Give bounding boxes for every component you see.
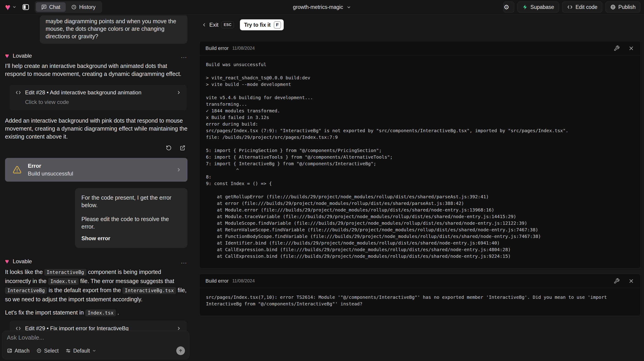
attach-label: Attach xyxy=(14,348,30,354)
build-error-log[interactable]: Build was unsuccessful > vite_react_shad… xyxy=(200,55,640,268)
console-date: 11/08/2024 xyxy=(232,45,255,51)
logo-menu-chevron-down-icon[interactable] xyxy=(12,5,16,9)
assistant-header: ♥ Lovable … xyxy=(5,258,188,265)
fix-toolbar: Exit ESC Try to fix it F xyxy=(202,19,644,30)
build-error-log[interactable]: src/pages/Index.tsx(7,10): error TS2614:… xyxy=(200,288,640,316)
assistant-message: Let's fix the import statement in Index.… xyxy=(5,309,188,317)
project-switcher[interactable]: growth-metrics-magic xyxy=(293,0,351,14)
open-preview-icon[interactable] xyxy=(179,144,186,152)
message-action-icons xyxy=(5,144,188,152)
arrow-up-icon xyxy=(178,349,183,353)
wrench-icon xyxy=(614,278,620,284)
globe-icon xyxy=(610,4,616,10)
mode-dropdown[interactable]: Default xyxy=(66,348,96,354)
lovable-logo-icon[interactable]: ♥ xyxy=(5,2,10,12)
edit-code-button[interactable]: Edit code xyxy=(562,1,602,12)
assistant-name: Lovable xyxy=(13,258,32,265)
chat-panel: maybe diagramming points and when you mo… xyxy=(0,14,197,361)
console-date: 11/08/2024 xyxy=(232,278,255,284)
user-message-line: For the code present, I get the error be… xyxy=(82,194,181,209)
warning-triangle-icon xyxy=(12,165,22,174)
publish-button[interactable]: Publish xyxy=(606,1,640,12)
console-header: Build error 11/08/2024 xyxy=(200,274,640,288)
inline-code: InteractiveBg xyxy=(44,269,86,276)
chevron-right-icon xyxy=(176,326,181,331)
user-message-bubble: maybe diagramming points and when you mo… xyxy=(40,15,188,44)
try-to-fix-button[interactable]: Try to fix it F xyxy=(240,19,284,30)
f-key-badge: F xyxy=(274,21,281,28)
close-icon xyxy=(628,278,634,284)
code-brackets-icon xyxy=(567,4,573,9)
supabase-button[interactable]: Supabase xyxy=(518,1,559,12)
edit-card-title: Edit #28 • Add interactive background an… xyxy=(25,89,142,96)
tab-chat[interactable]: Chat xyxy=(36,2,66,12)
exit-button[interactable]: Exit ESC xyxy=(202,21,234,28)
message-more-button[interactable]: … xyxy=(180,259,188,264)
tab-chat-label: Chat xyxy=(49,4,60,10)
build-error-console-2: Build error 11/08/2024 src/pages/Index.t… xyxy=(199,274,641,316)
supabase-label: Supabase xyxy=(530,4,554,10)
wrench-icon xyxy=(614,45,620,51)
retry-icon[interactable] xyxy=(165,144,172,152)
close-console-button[interactable] xyxy=(628,45,635,52)
build-error-card[interactable]: Error Build unsuccessful xyxy=(5,158,188,182)
supabase-bolt-icon xyxy=(522,4,528,10)
chevron-right-icon xyxy=(176,90,181,95)
select-button[interactable]: Select xyxy=(36,348,58,354)
top-bar: ♥ Chat xyxy=(0,0,644,14)
code-brackets-icon xyxy=(15,90,22,95)
inline-code: Index.tsx xyxy=(48,278,79,285)
exit-label: Exit xyxy=(209,22,218,28)
settings-button[interactable]: ⚙ xyxy=(503,1,514,12)
user-message-text: maybe diagramming points and when you mo… xyxy=(46,18,176,39)
console-title: Build error xyxy=(206,278,228,284)
select-label: Select xyxy=(44,348,58,354)
project-name: growth-metrics-magic xyxy=(293,4,343,10)
assistant-message: It looks like the InteractiveBg componen… xyxy=(5,268,188,304)
assistant-message: I'll help create an interactive backgrou… xyxy=(5,62,188,78)
chevron-down-icon xyxy=(92,349,96,353)
chevron-right-icon xyxy=(176,167,182,173)
tab-history-label: History xyxy=(79,4,96,10)
app-window: ♥ Chat xyxy=(0,0,644,361)
show-error-link[interactable]: Show error xyxy=(82,235,181,242)
console-header: Build error 11/08/2024 xyxy=(200,41,640,55)
chat-composer: Attach Select Default xyxy=(2,331,189,360)
text-part: file. The error message suggests that xyxy=(79,278,174,284)
fix-wrench-button[interactable] xyxy=(613,45,620,52)
text-part: . xyxy=(116,309,119,316)
build-error-console-1: Build error 11/08/2024 Build was unsucce… xyxy=(199,41,641,269)
chevron-left-icon xyxy=(202,22,206,27)
tab-history[interactable]: History xyxy=(66,2,101,12)
close-icon xyxy=(628,45,634,51)
send-button[interactable] xyxy=(176,347,185,355)
edit-card-subtitle: Click to view code xyxy=(25,99,181,105)
error-inspector-panel: Exit ESC Try to fix it F Build error 11/… xyxy=(197,14,644,361)
topbar-actions: ⚙ Supabase Edit code Publish xyxy=(503,1,640,12)
assistant-header: ♥ Lovable … xyxy=(5,52,188,59)
sliders-icon xyxy=(66,348,71,354)
inline-code: InteractiveBg xyxy=(5,287,47,294)
close-console-button[interactable] xyxy=(628,278,635,284)
edit-code-label: Edit code xyxy=(576,4,598,10)
edit-card-28[interactable]: Edit #28 • Add interactive background an… xyxy=(10,85,187,110)
error-card-subtitle: Build unsuccessful xyxy=(28,170,73,177)
inline-code: InteractiveBg.tsx xyxy=(122,287,176,294)
text-part: is the default export from the xyxy=(47,287,122,293)
fix-wrench-button[interactable] xyxy=(613,278,620,284)
code-brackets-icon xyxy=(15,326,22,331)
attach-button[interactable]: Attach xyxy=(7,348,30,354)
sidebar-toggle-icon[interactable] xyxy=(20,1,32,12)
select-target-icon xyxy=(36,348,42,354)
project-chevron-down-icon xyxy=(346,5,351,9)
user-message-line: Please edit the code to resolve the erro… xyxy=(82,215,181,230)
error-card-title: Error xyxy=(28,163,73,169)
chat-history-tabs: Chat History xyxy=(35,1,102,13)
chat-bubble-icon xyxy=(41,4,47,10)
chat-input[interactable] xyxy=(7,334,185,344)
user-message-bubble: For the code present, I get the error be… xyxy=(75,188,188,248)
assistant-message-text: I'll help create an interactive backgrou… xyxy=(5,63,182,77)
publish-label: Publish xyxy=(618,4,636,10)
inline-code: Index.tsx xyxy=(85,310,116,316)
message-more-button[interactable]: … xyxy=(180,53,188,58)
